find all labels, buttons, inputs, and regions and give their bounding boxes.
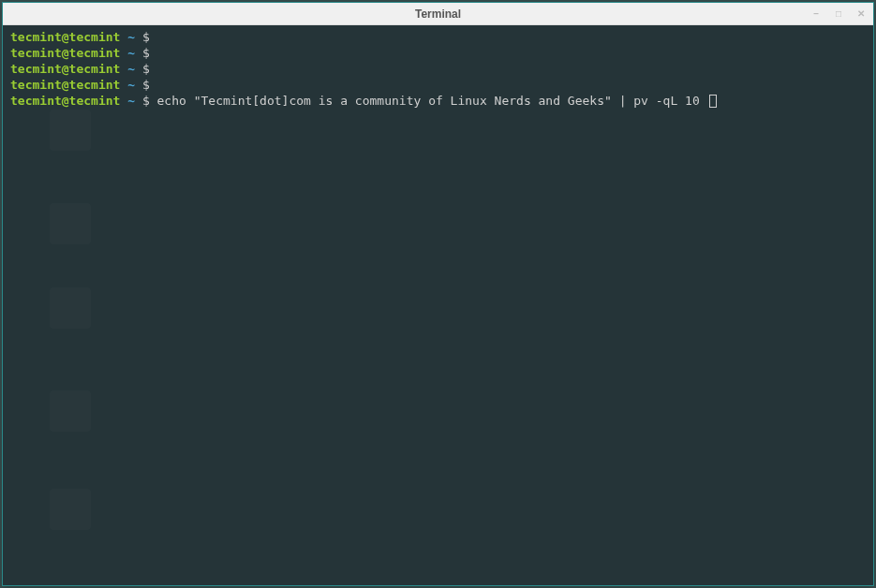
prompt-path: ~ xyxy=(127,30,135,44)
terminal-line: tecmint@tecmint ~ $ xyxy=(10,45,866,61)
command-text: echo "Tecmint[dot]com is a community of … xyxy=(157,94,707,108)
prompt-user-host: tecmint@tecmint xyxy=(10,30,120,44)
close-button[interactable]: ✕ xyxy=(854,7,868,21)
terminal-line: tecmint@tecmint ~ $ xyxy=(10,61,866,77)
desktop-ghost-icon xyxy=(50,390,91,434)
prompt-path: ~ xyxy=(127,62,135,76)
prompt-path: ~ xyxy=(127,78,135,92)
minimize-button[interactable]: – xyxy=(809,7,823,21)
prompt-symbol: $ xyxy=(142,30,150,44)
prompt-symbol: $ xyxy=(142,78,150,92)
prompt-symbol: $ xyxy=(142,94,150,108)
window-controls: – □ ✕ xyxy=(809,7,868,21)
prompt-user-host: tecmint@tecmint xyxy=(10,46,120,60)
maximize-button[interactable]: □ xyxy=(832,7,845,21)
window-title: Terminal xyxy=(415,7,461,21)
terminal-window: Terminal – □ ✕ tecmint@tecmint ~ $ tecmi… xyxy=(2,2,874,586)
prompt-path: ~ xyxy=(127,46,135,60)
terminal-cursor xyxy=(709,95,717,108)
titlebar[interactable]: Terminal – □ ✕ xyxy=(3,3,873,25)
prompt-user-host: tecmint@tecmint xyxy=(10,62,120,76)
terminal-line: tecmint@tecmint ~ $ xyxy=(10,77,866,93)
prompt-symbol: $ xyxy=(142,46,150,60)
desktop-ghost-icon xyxy=(50,110,91,153)
prompt-user-host: tecmint@tecmint xyxy=(10,78,120,92)
desktop-ghost-icon xyxy=(50,287,91,331)
terminal-body[interactable]: tecmint@tecmint ~ $ tecmint@tecmint ~ $ … xyxy=(3,25,873,585)
desktop-ghost-icon xyxy=(50,489,91,532)
terminal-line: tecmint@tecmint ~ $ xyxy=(10,29,866,45)
terminal-line: tecmint@tecmint ~ $ echo "Tecmint[dot]co… xyxy=(10,93,866,109)
prompt-user-host: tecmint@tecmint xyxy=(10,94,120,108)
desktop-ghost-icon xyxy=(50,203,91,246)
prompt-symbol: $ xyxy=(142,62,150,76)
prompt-path: ~ xyxy=(127,94,135,108)
